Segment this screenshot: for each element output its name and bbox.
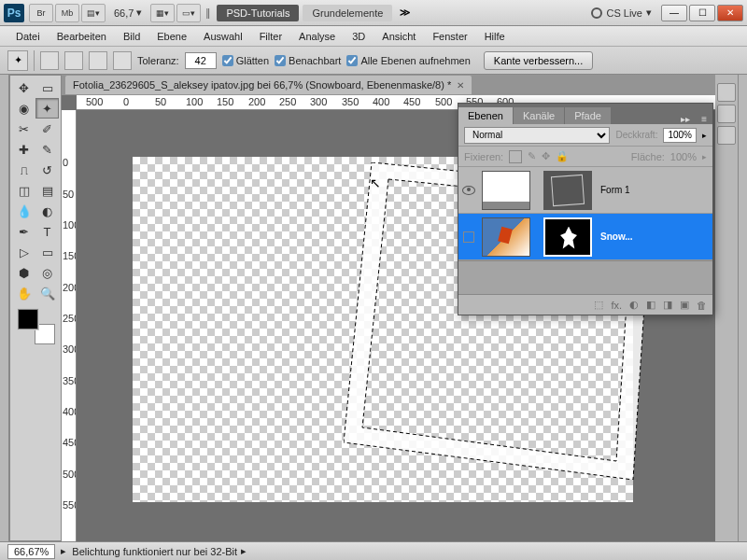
group-icon[interactable]: ◨ (663, 299, 672, 311)
menu-ansicht[interactable]: Ansicht (374, 31, 424, 42)
cslive-button[interactable]: CS Live▾ (591, 7, 652, 19)
close-tab-icon[interactable]: ✕ (457, 80, 464, 91)
3d-tool-icon[interactable]: ⬢ (12, 262, 35, 283)
tolerance-input[interactable] (185, 52, 217, 69)
type-tool-icon[interactable]: T (35, 221, 59, 242)
menu-datei[interactable]: Datei (7, 31, 49, 42)
mask-icon[interactable]: ◐ (629, 299, 639, 311)
contiguous-checkbox[interactable] (275, 55, 286, 66)
layer-name[interactable]: Snow... (595, 231, 712, 242)
screen-mode-button[interactable]: ▭▾ (176, 4, 201, 22)
menu-3d[interactable]: 3D (344, 31, 374, 42)
menu-bearbeiten[interactable]: Bearbeiten (49, 31, 115, 42)
tab-ebenen[interactable]: Ebenen (458, 107, 513, 124)
lock-all-icon[interactable]: 🔒 (556, 150, 569, 162)
stamp-tool-icon[interactable]: ⎍ (12, 160, 35, 180)
link-layers-icon[interactable]: ⬚ (594, 299, 603, 311)
selection-intersect-icon[interactable] (113, 51, 132, 70)
vector-mask-thumb[interactable] (543, 171, 592, 210)
view-docs-button[interactable]: ▤▾ (81, 4, 106, 22)
menu-analyse[interactable]: Analyse (290, 31, 344, 42)
menu-bild[interactable]: Bild (115, 31, 148, 42)
blur-tool-icon[interactable]: 💧 (12, 201, 35, 221)
menu-fenster[interactable]: Fenster (424, 31, 475, 42)
trash-icon[interactable]: 🗑 (697, 300, 707, 311)
antialias-checkbox[interactable] (222, 55, 233, 66)
lock-move-icon[interactable]: ✥ (542, 150, 550, 162)
blend-mode-select[interactable]: Normal (464, 127, 610, 144)
minimize-button[interactable]: — (661, 5, 687, 21)
shape-tool-icon[interactable]: ▭ (35, 242, 59, 262)
opacity-value[interactable]: 100% (663, 128, 697, 143)
selection-subtract-icon[interactable] (89, 51, 107, 70)
layer-row-form1[interactable]: Form 1 (458, 167, 712, 214)
opacity-label: Deckkraft: (615, 130, 657, 140)
heal-tool-icon[interactable]: ✚ (12, 139, 35, 160)
zoom-tool-icon[interactable]: 🔍 (35, 283, 59, 303)
layer-thumb[interactable] (482, 217, 530, 257)
menu-auswahl[interactable]: Auswahl (195, 31, 251, 42)
marquee-tool-icon[interactable]: ▭ (35, 77, 59, 98)
path-select-tool-icon[interactable]: ▷ (12, 242, 35, 262)
move-tool-icon[interactable]: ✥ (12, 77, 35, 98)
menu-hilfe[interactable]: Hilfe (476, 31, 514, 42)
history-brush-tool-icon[interactable]: ↺ (35, 160, 59, 180)
status-zoom[interactable]: 66,67% (7, 544, 55, 559)
close-button[interactable]: ✕ (717, 5, 743, 21)
menu-ebene[interactable]: Ebene (148, 31, 195, 42)
maximize-button[interactable]: ☐ (689, 5, 715, 21)
magic-wand-tool-icon[interactable]: ✦ (35, 98, 59, 119)
workspace-grundelemente[interactable]: Grundelemente (303, 5, 392, 21)
layer-thumb[interactable] (482, 171, 530, 210)
hand-tool-icon[interactable]: ✋ (12, 283, 35, 303)
all-layers-checkbox[interactable] (346, 55, 358, 66)
visibility-off-icon[interactable] (463, 231, 474, 243)
lock-transparent-icon[interactable] (509, 150, 522, 163)
layer-row-snowboard[interactable]: Snow... (458, 214, 712, 260)
panel-menu-icon[interactable]: ≡ (696, 114, 712, 124)
layer-mask-thumb[interactable] (543, 217, 592, 257)
panel-icon-3[interactable] (717, 126, 736, 145)
fill-arrow-icon[interactable]: ▸ (702, 152, 707, 161)
gradient-tool-icon[interactable]: ▤ (35, 180, 59, 201)
crop-tool-icon[interactable]: ✂ (12, 119, 35, 139)
minibridge-button[interactable]: Mb (55, 4, 79, 22)
bridge-button[interactable]: Br (29, 4, 53, 22)
fill-value[interactable]: 100% (670, 151, 697, 162)
tab-kanaele[interactable]: Kanäle (514, 107, 564, 124)
status-arrow-icon[interactable]: ▸ (61, 545, 66, 557)
lasso-tool-icon[interactable]: ◉ (12, 98, 35, 119)
document-tab[interactable]: Fotolia_23629605_S_aleksey ipatov.jpg be… (65, 76, 472, 94)
zoom-dropdown[interactable]: 66,7▾ (114, 7, 142, 19)
pen-tool-icon[interactable]: ✒ (12, 221, 35, 242)
fg-color-swatch[interactable] (18, 309, 38, 329)
selection-add-icon[interactable] (64, 51, 83, 70)
eraser-tool-icon[interactable]: ◫ (12, 180, 35, 201)
tool-preset-icon[interactable]: ✦ (7, 50, 28, 71)
layer-name[interactable]: Form 1 (595, 185, 712, 195)
adjustment-icon[interactable]: ◧ (646, 299, 655, 311)
status-message: Belichtung funktioniert nur bei 32-Bit (72, 546, 237, 557)
workspace-more[interactable]: ≫ (400, 7, 411, 19)
panel-icon-1[interactable] (717, 83, 736, 102)
refine-edge-button[interactable]: Kante verbessern... (484, 51, 593, 70)
visibility-icon[interactable] (462, 186, 475, 195)
panel-icon-2[interactable] (717, 105, 736, 123)
brush-tool-icon[interactable]: ✎ (35, 139, 59, 160)
lock-brush-icon[interactable]: ✎ (528, 150, 536, 162)
all-layers-label: Alle Ebenen aufnehmen (360, 55, 470, 66)
color-swatches[interactable] (18, 309, 55, 344)
new-layer-icon[interactable]: ▣ (680, 299, 689, 311)
status-arrow2-icon[interactable]: ▸ (241, 545, 247, 557)
3d-camera-tool-icon[interactable]: ◎ (35, 262, 59, 283)
fx-icon[interactable]: fx. (611, 300, 622, 311)
extras-button[interactable]: ▦▾ (150, 4, 175, 22)
dodge-tool-icon[interactable]: ◐ (35, 201, 59, 221)
panel-collapse-icon[interactable]: ▸▸ (675, 114, 696, 124)
tab-pfade[interactable]: Pfade (565, 107, 611, 124)
eyedropper-tool-icon[interactable]: ✐ (35, 119, 59, 139)
selection-new-icon[interactable] (40, 51, 59, 70)
workspace-psd-tutorials[interactable]: PSD-Tutorials (217, 5, 299, 21)
menu-filter[interactable]: Filter (251, 31, 290, 42)
opacity-arrow-icon[interactable]: ▸ (702, 131, 707, 140)
